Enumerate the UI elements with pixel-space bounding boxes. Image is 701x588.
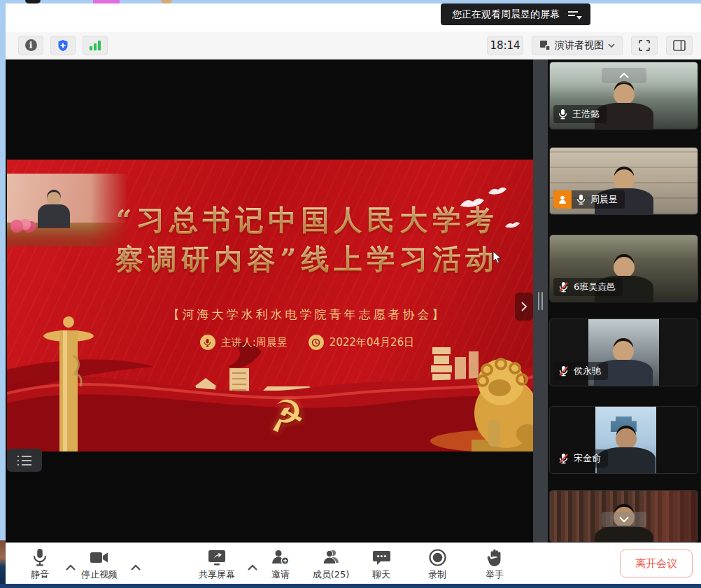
bottom-control-bar: 静音 停止视频 共享屏幕 [6, 542, 701, 584]
participant-name-badge: 周晨昱 [553, 190, 625, 209]
chevron-up-icon [66, 564, 76, 570]
meeting-info-button[interactable]: i [18, 36, 43, 55]
slide-text-block: “习总书记中国人民大学考 察调研内容”线上学习活动 【河海大学水利水电学院青年志… [90, 200, 525, 350]
screen-watch-banner: 您正在观看周晨昱的屏幕 [441, 4, 590, 25]
mic-on-icon [558, 108, 567, 120]
party-emblem-icon: ☭ [264, 392, 308, 440]
thumbnail-list-toggle-button[interactable] [7, 449, 42, 472]
collapse-sidebar-button[interactable] [515, 293, 533, 321]
participant-tile[interactable] [549, 490, 698, 542]
presentation-slide: “习总书记中国人民大学考 察调研内容”线上学习活动 【河海大学水利水电学院青年志… [7, 160, 533, 451]
participant-name-badge: 6班吴垚邑 [553, 278, 623, 296]
share-screen-button[interactable]: 共享屏幕 [194, 548, 239, 581]
stop-video-label: 停止视频 [81, 568, 118, 581]
stop-video-button[interactable]: 停止视频 [77, 548, 122, 581]
video-options-button[interactable] [129, 559, 142, 575]
panel-resize-handle[interactable] [533, 59, 548, 542]
chat-button[interactable]: 聊天 [364, 548, 399, 581]
chevron-up-icon [248, 564, 257, 570]
participants-sidebar: 王浩懿 周晨昱 [548, 59, 701, 542]
taskbar-edge [0, 584, 701, 588]
participant-name: 周晨昱 [590, 193, 618, 206]
sidebar-panel-icon [673, 40, 686, 51]
desktop-artifact [0, 540, 6, 584]
participant-name: 王浩懿 [572, 108, 600, 120]
top-toolbar: i 18:14 [6, 31, 701, 59]
fullscreen-icon [638, 39, 651, 52]
participant-tile[interactable]: 宋金俞 [549, 406, 698, 474]
participant-tile[interactable]: 侯永驰 [549, 318, 698, 386]
clock-time: 18:14 [490, 39, 520, 52]
mic-muted-icon [558, 365, 569, 377]
chevron-down-icon [608, 43, 615, 48]
chevron-down-icon [619, 517, 629, 522]
layout-view-icon [539, 40, 551, 51]
share-screen-icon [207, 548, 227, 567]
slide-subtitle: 【河海大学水利水电学院青年志愿者协会】 [90, 307, 525, 323]
microphone-icon [31, 548, 49, 567]
invite-person-icon [271, 548, 290, 567]
banner-menu-icon[interactable] [568, 9, 582, 20]
meeting-window: 您正在观看周晨昱的屏幕 i [6, 4, 701, 584]
participant-name-badge: 宋金俞 [553, 449, 608, 468]
mute-label: 静音 [31, 568, 49, 581]
invite-button[interactable]: 邀请 [263, 548, 298, 581]
shared-screen-view: “习总书记中国人民大学考 察调研内容”线上学习活动 【河海大学水利水电学院青年志… [6, 59, 533, 542]
participant-name: 6班吴垚邑 [574, 281, 616, 293]
mic-dot-icon [200, 335, 215, 350]
fullscreen-button[interactable] [631, 36, 658, 55]
invite-label: 邀请 [271, 568, 290, 581]
main-area: “习总书记中国人民大学考 察调研内容”线上学习活动 【河海大学水利水电学院青年志… [6, 59, 701, 542]
raise-hand-label: 举手 [486, 568, 504, 581]
chevron-right-icon [521, 301, 527, 312]
toggle-sidebar-button[interactable] [666, 36, 693, 55]
presenter-badge-icon [553, 190, 572, 209]
slide-date: 2022年04月26日 [309, 335, 414, 350]
desktop: 您正在观看周晨昱的屏幕 i [0, 0, 701, 588]
info-icon: i [25, 39, 37, 51]
record-button[interactable]: 录制 [420, 548, 455, 581]
members-icon [321, 548, 341, 567]
screen-watch-text: 您正在观看周晨昱的屏幕 [452, 8, 560, 21]
signal-bars-icon [90, 41, 101, 50]
mouse-cursor [493, 251, 502, 265]
chat-label: 聊天 [372, 568, 390, 581]
network-quality-button[interactable] [83, 36, 108, 55]
mute-button[interactable]: 静音 [22, 548, 57, 581]
record-icon [428, 548, 447, 567]
scroll-up-button[interactable] [602, 68, 646, 83]
clock-badge: 18:14 [487, 36, 523, 55]
participant-tile[interactable]: 6班吴垚邑 [549, 234, 698, 302]
chat-bubble-icon [372, 548, 391, 567]
mic-on-icon [576, 194, 586, 205]
shield-plus-icon [57, 39, 69, 52]
raise-hand-icon [486, 548, 503, 567]
slide-speaker: 主讲人:周晨昱 [200, 335, 288, 350]
participant-tile[interactable]: 王浩懿 [549, 62, 698, 130]
leave-meeting-button[interactable]: 离开会议 [620, 550, 693, 578]
scroll-down-button[interactable] [602, 512, 646, 527]
participant-name: 侯永驰 [574, 365, 601, 377]
share-options-button[interactable] [246, 559, 259, 575]
raise-hand-button[interactable]: 举手 [477, 548, 512, 581]
share-screen-label: 共享屏幕 [199, 568, 235, 581]
participant-name-badge: 王浩懿 [553, 105, 607, 123]
slide-title-line1: “习总书记中国人民大学考 [90, 200, 525, 239]
camera-icon [89, 548, 110, 567]
clock-dot-icon [309, 335, 324, 350]
mute-options-button[interactable] [64, 559, 77, 575]
view-mode-button[interactable]: 演讲者视图 [532, 36, 623, 55]
security-button[interactable] [50, 36, 76, 55]
list-icon [17, 455, 31, 466]
members-label: 成员(25) [313, 568, 350, 581]
mic-muted-icon [558, 453, 569, 464]
record-label: 录制 [428, 568, 446, 581]
view-mode-label: 演讲者视图 [555, 39, 604, 52]
participant-name: 宋金俞 [574, 452, 601, 465]
chevron-up-icon [619, 73, 629, 78]
participant-tile[interactable]: 周晨昱 [549, 147, 698, 215]
chevron-up-icon [131, 564, 141, 570]
slide-title-line2: 察调研内容”线上学习活动 [90, 239, 525, 279]
members-button[interactable]: 成员(25) [308, 548, 354, 581]
mic-muted-icon [558, 281, 569, 293]
